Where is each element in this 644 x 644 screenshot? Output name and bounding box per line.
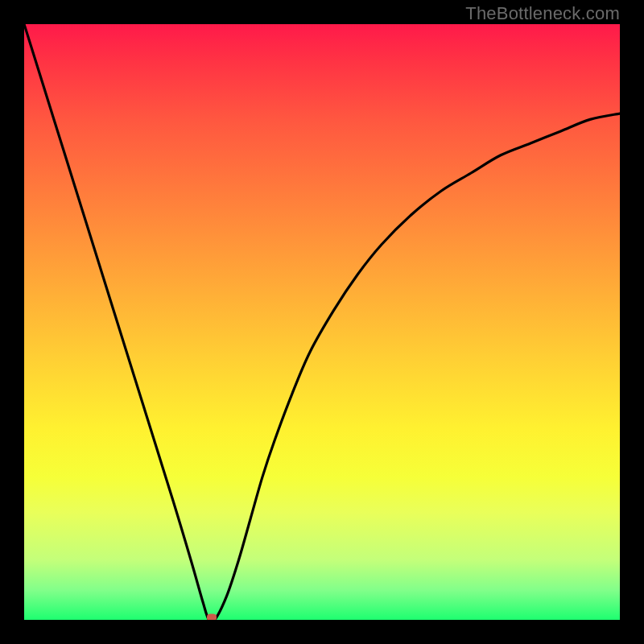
plot-area xyxy=(24,24,620,620)
watermark-text: TheBottleneck.com xyxy=(465,3,620,24)
bottleneck-curve xyxy=(24,24,620,620)
minimum-marker-icon xyxy=(207,614,217,621)
chart-frame: TheBottleneck.com xyxy=(0,0,644,644)
